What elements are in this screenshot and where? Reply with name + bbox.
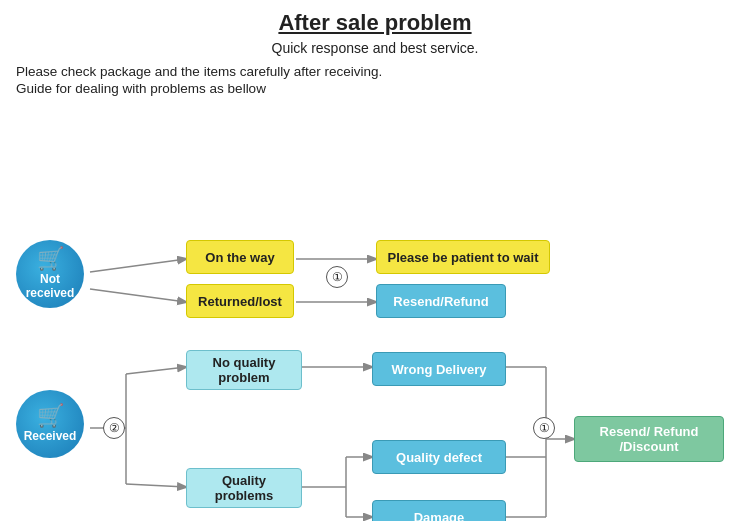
svg-line-1	[90, 289, 186, 302]
damage-box: Damage	[372, 500, 506, 521]
resend-refund-1-box: Resend/Refund	[376, 284, 506, 318]
patient-box: Please be patient to wait	[376, 240, 550, 274]
received-icon: 🛒 Received	[16, 390, 84, 458]
subtitle: Quick response and best service.	[16, 40, 734, 56]
svg-line-7	[126, 484, 186, 487]
not-received-icon: 🛒 Notreceived	[16, 240, 84, 308]
svg-line-0	[90, 259, 186, 272]
quality-defect-box: Quality defect	[372, 440, 506, 474]
circle-2: ②	[103, 417, 125, 439]
page-title: After sale problem	[16, 10, 734, 36]
intro-line-1: Please check package and the items caref…	[16, 64, 734, 79]
returned-lost-box: Returned/lost	[186, 284, 294, 318]
circle-1-bottom: ①	[533, 417, 555, 439]
resend-refund-2-box: Resend/ Refund /Discount	[574, 416, 724, 462]
no-quality-box: No quality problem	[186, 350, 302, 390]
quality-problems-box: Quality problems	[186, 468, 302, 508]
intro-line-2: Guide for dealing with problems as bello…	[16, 81, 734, 96]
circle-1-top: ①	[326, 266, 348, 288]
svg-line-6	[126, 367, 186, 374]
wrong-delivery-box: Wrong Delivery	[372, 352, 506, 386]
on-the-way-box: On the way	[186, 240, 294, 274]
